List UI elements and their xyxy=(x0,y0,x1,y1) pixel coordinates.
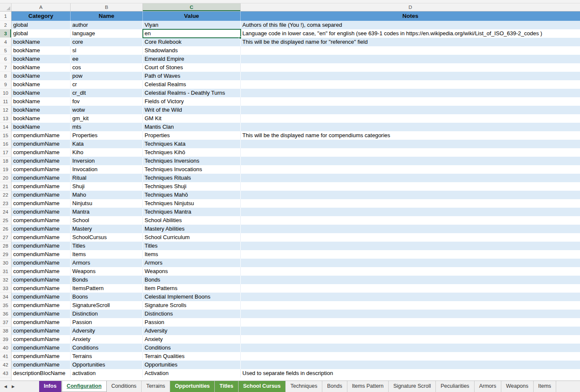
row-number[interactable]: 8 xyxy=(0,72,11,80)
cell-notes[interactable] xyxy=(241,191,580,199)
sheet-tab-configuration[interactable]: Configuration xyxy=(62,381,107,392)
cell-notes[interactable] xyxy=(241,352,580,361)
row-number[interactable]: 42 xyxy=(0,361,11,369)
row-number[interactable]: 5 xyxy=(0,46,11,55)
cell-notes[interactable] xyxy=(241,140,580,148)
row-number[interactable]: 7 xyxy=(0,63,11,72)
cell-name[interactable]: language xyxy=(71,29,143,38)
cell-notes[interactable] xyxy=(241,225,580,233)
cell-value[interactable]: Mastery Abilities xyxy=(143,225,241,233)
row-number[interactable]: 22 xyxy=(0,191,11,199)
cell-value[interactable]: Anxiety xyxy=(143,335,241,344)
cell-value[interactable]: Signature Scrolls xyxy=(143,301,241,310)
sheet-tab-conditions[interactable]: Conditions xyxy=(107,381,142,392)
cell-category[interactable]: bookName xyxy=(11,55,71,63)
row-number[interactable]: 19 xyxy=(0,165,11,174)
cell-name[interactable]: Maho xyxy=(71,191,143,199)
header-cell-notes[interactable]: Notes xyxy=(241,11,580,21)
cell-value[interactable]: Opportunities xyxy=(143,361,241,369)
row-number[interactable]: 10 xyxy=(0,89,11,97)
cell-notes[interactable] xyxy=(241,174,580,182)
row-number[interactable]: 43 xyxy=(0,369,11,378)
cell-category[interactable]: compendiumName xyxy=(11,225,71,233)
cell-notes[interactable] xyxy=(241,267,580,276)
cell-value[interactable]: Techniques Inversions xyxy=(143,157,241,165)
cell-name[interactable]: wotw xyxy=(71,106,143,114)
column-header-C[interactable]: C xyxy=(143,3,241,11)
cell-notes[interactable] xyxy=(241,80,580,89)
cell-value[interactable]: Adversity xyxy=(143,327,241,335)
cell-notes[interactable] xyxy=(241,148,580,157)
cell-name[interactable]: author xyxy=(71,21,143,29)
sheet-tab-signature-scroll[interactable]: Signature Scroll xyxy=(389,381,436,392)
cell-category[interactable]: compendiumName xyxy=(11,318,71,327)
sheet-tab-titles[interactable]: Titles xyxy=(215,381,238,392)
cell-value[interactable]: Properties xyxy=(143,131,241,140)
row-number[interactable]: 40 xyxy=(0,344,11,352)
cell-value[interactable]: Techniques Kata xyxy=(143,140,241,148)
row-number[interactable]: 1 xyxy=(0,11,11,21)
cell-category[interactable]: compendiumName xyxy=(11,242,71,250)
cell-value[interactable]: Bonds xyxy=(143,276,241,284)
cell-category[interactable]: bookName xyxy=(11,72,71,80)
cell-notes[interactable] xyxy=(241,63,580,72)
cell-category[interactable]: global xyxy=(11,21,71,29)
cell-notes[interactable] xyxy=(241,89,580,97)
cell-category[interactable]: compendiumName xyxy=(11,208,71,216)
cell-value[interactable]: Techniques Mantra xyxy=(143,208,241,216)
row-number[interactable]: 35 xyxy=(0,301,11,310)
cell-notes[interactable] xyxy=(241,276,580,284)
cell-value[interactable]: Core Rulebook xyxy=(143,38,241,46)
row-number[interactable]: 11 xyxy=(0,97,11,106)
cell-notes[interactable]: This will be the displayed name for "ref… xyxy=(241,38,580,46)
cell-value[interactable]: Techniques Invocations xyxy=(143,165,241,174)
cell-notes[interactable] xyxy=(241,310,580,318)
cell-value[interactable]: Activation xyxy=(143,369,241,378)
cell-category[interactable]: bookName xyxy=(11,89,71,97)
column-header-D[interactable]: D xyxy=(241,3,580,11)
row-number[interactable]: 41 xyxy=(0,352,11,361)
cell-name[interactable]: ItemsPattern xyxy=(71,284,143,293)
row-number[interactable]: 17 xyxy=(0,148,11,157)
cell-category[interactable]: compendiumName xyxy=(11,131,71,140)
row-number[interactable]: 6 xyxy=(0,55,11,63)
cell-notes[interactable] xyxy=(241,123,580,131)
cell-notes[interactable] xyxy=(241,344,580,352)
cell-name[interactable]: cr xyxy=(71,80,143,89)
cell-value[interactable]: Passion xyxy=(143,318,241,327)
cell-notes[interactable] xyxy=(241,327,580,335)
cell-notes[interactable] xyxy=(241,114,580,123)
cell-value[interactable]: Items xyxy=(143,250,241,259)
sheet-tab-bonds[interactable]: Bonds xyxy=(322,381,347,392)
cell-value[interactable]: Writ of the Wild xyxy=(143,106,241,114)
cell-value[interactable]: Techniques Kihō xyxy=(143,148,241,157)
cell-name[interactable]: Armors xyxy=(71,259,143,267)
cell-category[interactable]: bookName xyxy=(11,123,71,131)
cell-value[interactable]: Techniques Mahō xyxy=(143,191,241,199)
sheet-nav-left-icon[interactable]: ◀ xyxy=(2,381,9,392)
cell-notes[interactable] xyxy=(241,106,580,114)
cell-name[interactable]: Items xyxy=(71,250,143,259)
cell-value[interactable]: Titles xyxy=(143,242,241,250)
cell-name[interactable]: Kiho xyxy=(71,148,143,157)
row-number[interactable]: 32 xyxy=(0,276,11,284)
cell-notes[interactable] xyxy=(241,361,580,369)
cell-category[interactable]: compendiumName xyxy=(11,301,71,310)
cell-category[interactable]: global xyxy=(11,29,71,38)
cell-category[interactable]: compendiumName xyxy=(11,352,71,361)
cell-notes[interactable]: Authors of this file (You !), coma separ… xyxy=(241,21,580,29)
cell-value[interactable]: Mantis Clan xyxy=(143,123,241,131)
sheet-tab-infos[interactable]: Infos xyxy=(39,381,62,392)
cell-value[interactable]: School Abilities xyxy=(143,216,241,225)
cell-category[interactable]: bookName xyxy=(11,63,71,72)
cell-category[interactable]: compendiumName xyxy=(11,191,71,199)
cell-notes[interactable] xyxy=(241,259,580,267)
sheet-tab-armors[interactable]: Armors xyxy=(475,381,501,392)
cell-name[interactable]: Passion xyxy=(71,318,143,327)
cell-notes[interactable] xyxy=(241,301,580,310)
cell-value[interactable]: Vlyan xyxy=(143,21,241,29)
cell-name[interactable]: mts xyxy=(71,123,143,131)
row-number[interactable]: 24 xyxy=(0,208,11,216)
row-number[interactable]: 39 xyxy=(0,335,11,344)
row-number[interactable]: 33 xyxy=(0,284,11,293)
